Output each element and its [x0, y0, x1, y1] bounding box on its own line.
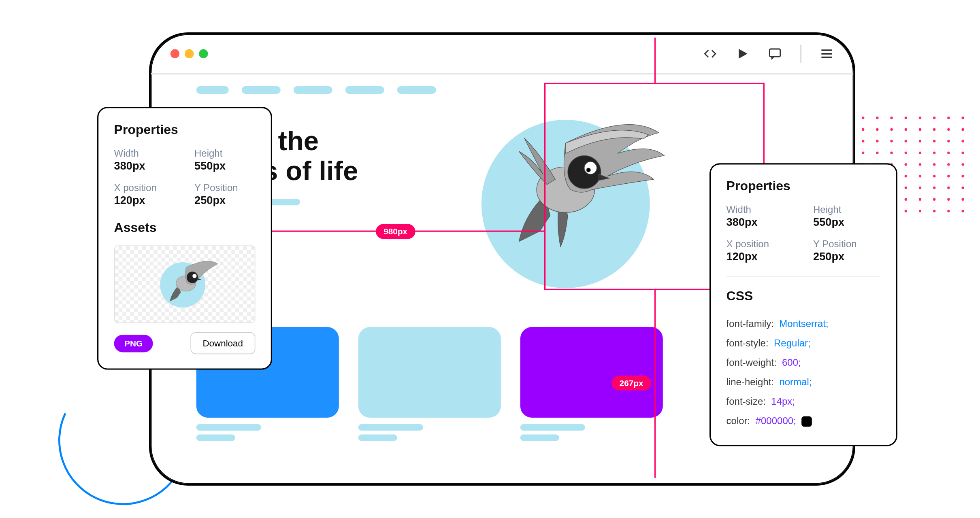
asset-bird-icon — [150, 246, 222, 317]
toolbar-separator — [800, 45, 801, 63]
prop-x: X position 120px — [114, 182, 175, 207]
download-button[interactable]: Download — [190, 332, 255, 354]
prop-x: X position 120px — [726, 238, 794, 263]
svg-point-6 — [187, 272, 198, 283]
measure-width: 980px — [376, 224, 415, 239]
properties-heading: Properties — [114, 122, 256, 137]
svg-point-7 — [192, 274, 197, 278]
vertical-guide-top — [654, 38, 656, 83]
right-inspector-panel[interactable]: Properties Width 380px Height 550px X po… — [709, 163, 897, 446]
card-lightblue[interactable] — [358, 327, 501, 418]
minimize-dot-icon[interactable] — [185, 49, 194, 58]
prop-height: Height 550px — [194, 148, 255, 173]
play-icon[interactable] — [735, 47, 750, 61]
vertical-guide-bottom — [654, 290, 656, 478]
prop-width: Width 380px — [114, 148, 175, 173]
css-heading: CSS — [726, 289, 881, 304]
comment-icon[interactable] — [768, 47, 782, 61]
panel-divider — [726, 276, 881, 277]
left-inspector-panel[interactable]: Properties Width 380px Height 550px X po… — [97, 107, 272, 370]
color-swatch-icon — [801, 416, 812, 427]
maximize-dot-icon[interactable] — [199, 49, 208, 58]
prop-y: Y Position 250px — [813, 238, 880, 263]
prop-height: Height 550px — [813, 204, 880, 229]
traffic-lights — [170, 49, 208, 58]
measure-height: 267px — [611, 376, 651, 391]
hamburger-menu-icon[interactable] — [820, 47, 834, 61]
card-purple[interactable] — [520, 327, 663, 418]
assets-heading: Assets — [114, 220, 256, 235]
asset-format-badge: PNG — [114, 334, 153, 352]
css-properties-list: font-family: Montserrat; font-style: Reg… — [726, 314, 881, 431]
asset-thumbnail[interactable] — [114, 245, 256, 323]
prop-y: Y Position 250px — [194, 182, 255, 207]
prop-width: Width 380px — [726, 204, 794, 229]
window-titlebar — [151, 34, 853, 74]
properties-heading: Properties — [726, 179, 881, 194]
code-icon[interactable] — [703, 47, 717, 61]
close-dot-icon[interactable] — [170, 49, 179, 58]
